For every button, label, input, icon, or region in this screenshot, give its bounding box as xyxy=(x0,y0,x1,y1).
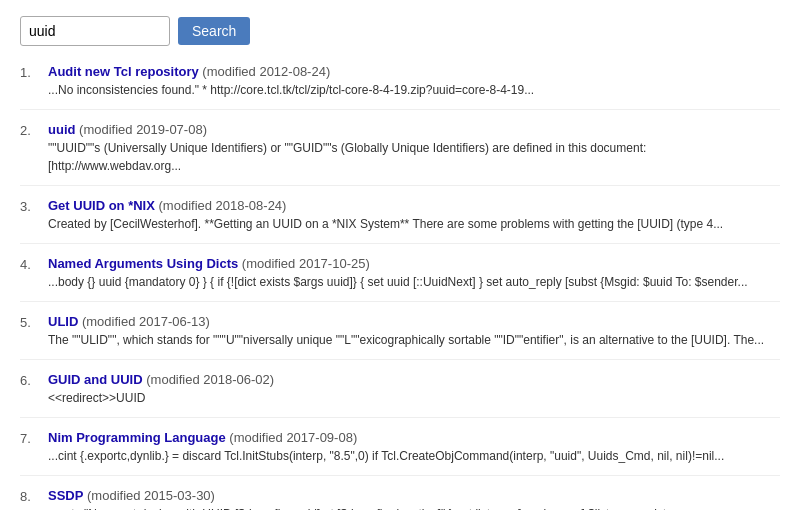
result-title[interactable]: Get UUID on *NIX xyxy=(48,198,155,213)
result-snippet: Created by [CecilWesterhof]. **Getting a… xyxy=(48,215,780,233)
result-snippet: ...No inconsistencies found." * http://c… xyxy=(48,81,780,99)
list-item: 1.Audit new Tcl repository (modified 201… xyxy=(20,64,780,110)
search-button[interactable]: Search xyxy=(178,17,250,45)
result-number: 3. xyxy=(20,198,40,233)
result-title[interactable]: Audit new Tcl repository xyxy=(48,64,199,79)
list-item: 7.Nim Programming Language (modified 201… xyxy=(20,430,780,476)
result-content: SSDP (modified 2015-03-30)...puts "New r… xyxy=(48,488,780,510)
list-item: 4.Named Arguments Using Dicts (modified … xyxy=(20,256,780,302)
result-content: Named Arguments Using Dicts (modified 20… xyxy=(48,256,780,291)
result-meta: (modified 2012-08-24) xyxy=(199,64,331,79)
result-snippet: ...puts "New root device with UUID [$d c… xyxy=(48,505,780,510)
result-content: Audit new Tcl repository (modified 2012-… xyxy=(48,64,780,99)
result-content: uuid (modified 2019-07-08)""UUID""s (Uni… xyxy=(48,122,780,175)
result-content: Get UUID on *NIX (modified 2018-08-24)Cr… xyxy=(48,198,780,233)
list-item: 5.ULID (modified 2017-06-13)The ""ULID""… xyxy=(20,314,780,360)
result-snippet: ...cint {.exportc,dynlib.} = discard Tcl… xyxy=(48,447,780,465)
results-list: 1.Audit new Tcl repository (modified 201… xyxy=(20,64,780,510)
result-meta: (modified 2017-09-08) xyxy=(226,430,358,445)
result-snippet: ""UUID""s (Universally Unique Identifier… xyxy=(48,139,780,175)
result-snippet: The ""ULID"", which stands for """U""niv… xyxy=(48,331,780,349)
search-bar: Search xyxy=(20,16,780,46)
result-meta: (modified 2017-10-25) xyxy=(238,256,370,271)
result-number: 6. xyxy=(20,372,40,407)
search-input[interactable] xyxy=(20,16,170,46)
result-meta: (modified 2018-08-24) xyxy=(155,198,287,213)
result-meta: (modified 2018-06-02) xyxy=(143,372,275,387)
result-number: 2. xyxy=(20,122,40,175)
result-number: 5. xyxy=(20,314,40,349)
result-content: GUID and UUID (modified 2018-06-02)<<red… xyxy=(48,372,780,407)
result-content: Nim Programming Language (modified 2017-… xyxy=(48,430,780,465)
result-title[interactable]: uuid xyxy=(48,122,75,137)
result-content: ULID (modified 2017-06-13)The ""ULID"", … xyxy=(48,314,780,349)
result-meta: (modified 2015-03-30) xyxy=(83,488,215,503)
result-number: 7. xyxy=(20,430,40,465)
list-item: 2.uuid (modified 2019-07-08)""UUID""s (U… xyxy=(20,122,780,186)
result-title[interactable]: Nim Programming Language xyxy=(48,430,226,445)
result-title[interactable]: Named Arguments Using Dicts xyxy=(48,256,238,271)
result-number: 8. xyxy=(20,488,40,510)
result-title[interactable]: GUID and UUID xyxy=(48,372,143,387)
list-item: 6.GUID and UUID (modified 2018-06-02)<<r… xyxy=(20,372,780,418)
result-number: 4. xyxy=(20,256,40,291)
result-number: 1. xyxy=(20,64,40,99)
result-meta: (modified 2017-06-13) xyxy=(78,314,210,329)
result-title[interactable]: SSDP xyxy=(48,488,83,503)
list-item: 8.SSDP (modified 2015-03-30)...puts "New… xyxy=(20,488,780,510)
result-snippet: ...body {} uuid {mandatory 0} } { if {![… xyxy=(48,273,780,291)
result-title[interactable]: ULID xyxy=(48,314,78,329)
list-item: 3.Get UUID on *NIX (modified 2018-08-24)… xyxy=(20,198,780,244)
result-snippet: <<redirect>>UUID xyxy=(48,389,780,407)
result-meta: (modified 2019-07-08) xyxy=(75,122,207,137)
